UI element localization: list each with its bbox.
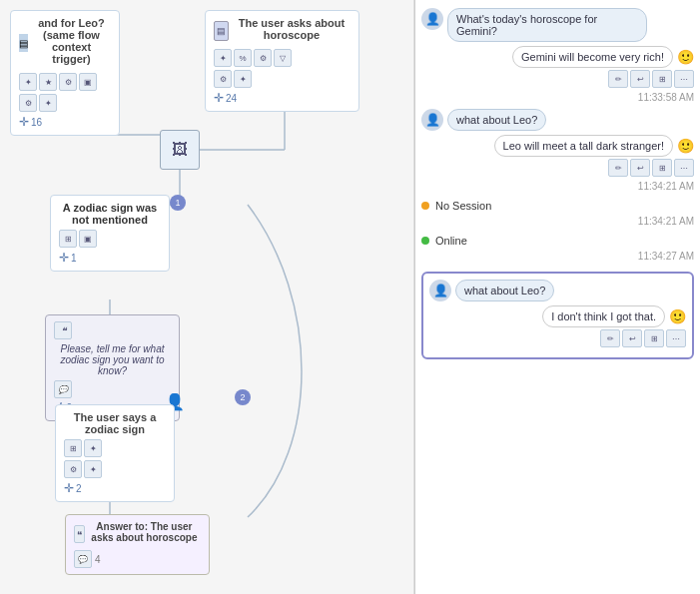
icon-h2[interactable]: %	[234, 49, 252, 67]
action-more-2[interactable]: ⋯	[674, 159, 694, 177]
node-leo-add[interactable]: ✛ 16	[19, 115, 111, 129]
node-horoscope-icons2: ⚙ ✦	[214, 70, 350, 88]
action-more[interactable]: ⋯	[674, 70, 694, 88]
node-zodiac-not-add[interactable]: ✛ 1	[59, 251, 161, 265]
icon-a[interactable]: ⚙	[19, 94, 37, 112]
avatar-3: 👤	[429, 280, 451, 301]
action-reply-3[interactable]: ↩	[622, 329, 642, 347]
node-leo[interactable]: ▤ and for Leo? (same flow context trigge…	[10, 10, 120, 136]
active-chat-section: 👤 what about Leo? I don't think I got th…	[421, 272, 694, 359]
user-message-2: 👤 what about Leo?	[421, 109, 694, 131]
icon-h3[interactable]: ⚙	[254, 49, 272, 67]
node-leo-icons: ✦ ★ ⚙ ▣	[19, 73, 111, 91]
user-bubble-2: what about Leo?	[447, 109, 546, 131]
action-copy-2[interactable]: ⊞	[652, 159, 672, 177]
flow-canvas: ▤ and for Leo? (same flow context trigge…	[0, 0, 414, 594]
node-user-zodiac-add[interactable]: ✛ 2	[64, 481, 166, 495]
node-tell-me-text: Please, tell me for what zodiac sign you…	[54, 343, 171, 376]
chat-panel: 👤 What's today's horoscope for Gemini? G…	[414, 0, 700, 594]
icon-h1[interactable]: ✦	[214, 49, 232, 67]
quote-icon: ❝	[54, 321, 72, 339]
bot-actions-1: ✏ ↩ ⊞ ⋯	[421, 70, 694, 88]
emoji-3: 🙂	[669, 308, 686, 324]
icon-u2[interactable]: ✦	[84, 439, 102, 457]
node-horoscope-icons: ✦ % ⚙ ▽	[214, 49, 350, 67]
timestamp-3: 11:34:21 AM	[421, 216, 694, 227]
timestamp-4: 11:34:27 AM	[421, 251, 694, 262]
speech-icon[interactable]: 💬	[54, 380, 72, 398]
status-dot-orange	[421, 202, 429, 210]
avatar-2: 👤	[421, 109, 443, 131]
node-user-zodiac-icons: ⊞ ✦	[64, 439, 166, 457]
icon-z1[interactable]: ⊞	[59, 230, 77, 248]
node-horoscope-icon: ▤	[214, 21, 229, 41]
avatar-1: 👤	[421, 8, 443, 30]
badge-1: 1	[170, 195, 186, 211]
action-edit-3[interactable]: ✏	[600, 329, 620, 347]
action-copy[interactable]: ⊞	[652, 70, 672, 88]
emoji-1: 🙂	[677, 49, 694, 65]
node-zodiac-not-title: A zodiac sign was not mentioned	[59, 202, 161, 226]
node-connector: 🖼	[160, 130, 200, 170]
user-message-1: 👤 What's today's horoscope for Gemini?	[421, 8, 694, 42]
node-horoscope-title: The user asks about horoscope	[233, 17, 350, 41]
action-more-3[interactable]: ⋯	[666, 329, 686, 347]
node-leo-title: and for Leo? (same flow context trigger)	[32, 17, 111, 65]
bot-message-1-row: Gemini will become very rich! 🙂	[421, 46, 694, 68]
action-reply[interactable]: ↩	[630, 70, 650, 88]
icon-u1[interactable]: ⊞	[64, 439, 82, 457]
node-leo-icon: ▤	[19, 34, 28, 52]
status-no-session-text: No Session	[435, 200, 491, 212]
icon-h4[interactable]: ▽	[274, 49, 292, 67]
user-bubble-3: what about Leo?	[455, 280, 554, 301]
answer-icon: ❝	[74, 525, 85, 543]
bot-bubble-2: Leo will meet a tall dark stranger!	[494, 135, 673, 157]
bot-actions-2: ✏ ↩ ⊞ ⋯	[421, 159, 694, 177]
icon-box[interactable]: ▣	[79, 73, 97, 91]
node-answer-title: Answer to: The user asks about horoscope	[88, 521, 201, 543]
bot-bubble-3: I don't think I got that.	[542, 305, 665, 327]
icon-star[interactable]: ★	[39, 73, 57, 91]
node-leo-icons2: ⚙ ✦	[19, 94, 111, 112]
icon-b[interactable]: ✦	[39, 94, 57, 112]
status-online: Online	[421, 233, 694, 249]
action-edit[interactable]: ✏	[608, 70, 628, 88]
node-user-zodiac-icons2: ⚙ ✦	[64, 460, 166, 478]
node-answer[interactable]: ❝ Answer to: The user asks about horosco…	[65, 514, 210, 575]
emoji-2: 🙂	[677, 138, 694, 154]
action-edit-2[interactable]: ✏	[608, 159, 628, 177]
node-answer-count: 4	[95, 554, 101, 565]
icon-settings[interactable]: ✦	[19, 73, 37, 91]
icon-z2[interactable]: ▣	[79, 230, 97, 248]
speech-icon-answer[interactable]: 💬	[74, 550, 92, 568]
icon-gear[interactable]: ⚙	[59, 73, 77, 91]
bot-message-3-row: I don't think I got that. 🙂	[429, 305, 686, 327]
icon-h5[interactable]: ⚙	[214, 70, 232, 88]
action-reply-2[interactable]: ↩	[630, 159, 650, 177]
node-horoscope-add[interactable]: ✛ 24	[214, 91, 350, 105]
icon-u4[interactable]: ✦	[84, 460, 102, 478]
bot-bubble-1: Gemini will become very rich!	[512, 46, 673, 68]
badge-2: 2	[235, 389, 251, 405]
user-message-3: 👤 what about Leo?	[429, 280, 686, 301]
bot-actions-3: ✏ ↩ ⊞ ⋯	[429, 329, 686, 347]
node-user-zodiac-title: The user says a zodiac sign	[64, 411, 166, 435]
status-no-session: No Session	[421, 198, 694, 214]
user-bubble-1: What's today's horoscope for Gemini?	[447, 8, 647, 42]
node-zodiac-not-icons: ⊞ ▣	[59, 230, 161, 248]
timestamp-2: 11:34:21 AM	[421, 181, 694, 192]
timestamp-1: 11:33:58 AM	[421, 92, 694, 103]
status-dot-green	[421, 237, 429, 245]
icon-h6[interactable]: ✦	[234, 70, 252, 88]
bot-message-2-row: Leo will meet a tall dark stranger! 🙂	[421, 135, 694, 157]
action-copy-3[interactable]: ⊞	[644, 329, 664, 347]
status-online-text: Online	[435, 235, 467, 247]
node-horoscope[interactable]: ▤ The user asks about horoscope ✦ % ⚙ ▽ …	[205, 10, 359, 112]
icon-u3[interactable]: ⚙	[64, 460, 82, 478]
node-zodiac-not[interactable]: A zodiac sign was not mentioned ⊞ ▣ ✛ 1	[50, 195, 170, 272]
node-user-zodiac[interactable]: The user says a zodiac sign ⊞ ✦ ⚙ ✦ ✛ 2	[55, 404, 175, 502]
